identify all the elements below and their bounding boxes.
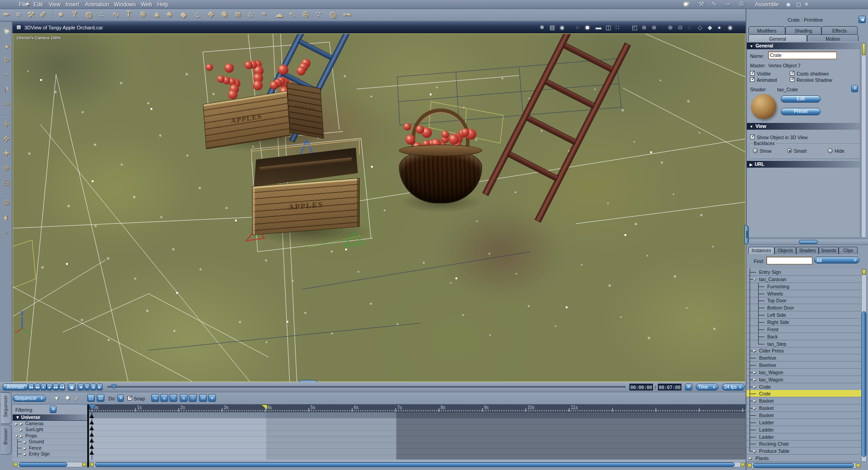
show-object-checkbox[interactable]: ✓ — [750, 135, 755, 139]
move-3d-tool-icon[interactable]: ▲ — [0, 40, 13, 51]
wire-sphere-icon[interactable]: ◌ — [688, 24, 691, 31]
filtering-menu-button[interactable] — [50, 406, 56, 413]
model-pen-icon[interactable]: ✎ — [712, 0, 717, 8]
insert-cloud-icon[interactable]: ☁ — [276, 10, 283, 19]
selected-crate[interactable]: APPLES — [250, 139, 364, 241]
keyframe-marker[interactable] — [89, 432, 94, 437]
timeline-hscrollbar[interactable] — [89, 462, 746, 467]
layout-custom-pane-icon[interactable]: ◰ — [632, 24, 637, 31]
time-scrubber[interactable] — [107, 386, 626, 389]
list-item-top-door[interactable]: Top Door — [746, 297, 861, 304]
insert-crystal-icon[interactable]: ❖ — [208, 10, 214, 19]
keyframe-marker[interactable] — [89, 438, 94, 442]
expand-arrow-icon[interactable]: ▶ — [753, 371, 755, 374]
backfaces-radio-hide[interactable] — [828, 148, 833, 153]
browser-tab-shaders[interactable]: Shaders — [796, 247, 819, 254]
next-frame-button[interactable]: ▶▶ — [53, 384, 59, 390]
expand-arrow-icon[interactable]: ▶ — [15, 422, 17, 426]
insert-sphere-icon[interactable]: ● — [59, 10, 63, 19]
layout-four-pane-icon[interactable]: ∷ — [615, 24, 619, 31]
insert-camera-icon[interactable]: ✇ — [303, 10, 309, 19]
insert-metaball-icon[interactable]: ∴ — [99, 10, 104, 19]
move-xz-tool-icon[interactable]: ✜ — [1, 135, 12, 143]
list-item-front[interactable]: Front — [746, 326, 861, 333]
backfaces-radio-show[interactable] — [753, 148, 758, 153]
texture-brush-icon[interactable]: ✑ — [725, 0, 731, 8]
tweener-linear-button[interactable]: ∧ — [160, 394, 168, 402]
tree-row-fence[interactable]: ▶Fence — [13, 445, 87, 451]
fps-dropdown[interactable]: 24 fps — [722, 384, 745, 390]
insert-emitter-icon[interactable]: ∵ — [316, 10, 321, 19]
fit-selection-button[interactable]: ◰ — [87, 394, 95, 402]
render-preview-button[interactable]: ▦ — [68, 384, 75, 390]
list-item-back[interactable]: Back — [746, 333, 861, 340]
list-item-crate[interactable]: Crate — [746, 390, 861, 397]
list-item-ladder[interactable]: Ladder — [746, 426, 861, 433]
camera-dolly-icon[interactable]: ◉ — [559, 24, 564, 31]
list-item-tao_wagon[interactable]: ▶tao_Wagon — [746, 369, 861, 376]
loop-toggle-button[interactable]: ✕ — [685, 384, 692, 390]
menu-windows[interactable]: Windows — [114, 1, 136, 8]
browser-tab-objects[interactable]: Objects — [774, 247, 796, 254]
insert-particles-icon[interactable]: ❋ — [140, 10, 146, 19]
apple-crate-full[interactable]: APPLES APPLES — [200, 52, 325, 151]
eye-icon[interactable]: ◉ — [786, 1, 791, 7]
animated-checkbox[interactable]: ✓ — [750, 77, 755, 82]
close-icon[interactable]: ✕ — [804, 1, 808, 7]
insert-globe-icon[interactable]: ◍ — [86, 10, 92, 19]
keyframe-marker[interactable] — [89, 426, 94, 430]
stop-button[interactable]: ■ — [41, 384, 47, 390]
insert-house-icon[interactable]: ⌂ — [249, 10, 253, 19]
list-item-ladder[interactable]: Ladder — [746, 433, 861, 441]
current-time-display[interactable]: 00:00:00 — [629, 384, 653, 390]
insert-spotlight-icon[interactable]: ➴ — [289, 10, 295, 19]
casts-shadows-checkbox[interactable]: ✓ — [790, 71, 794, 75]
delete-key-button[interactable]: ▥ — [90, 384, 96, 390]
keyframe-marker[interactable] — [89, 445, 94, 449]
insert-ocean-icon[interactable]: ≈ — [262, 10, 266, 19]
list-item-basket[interactable]: Basket — [746, 412, 861, 419]
expand-arrow-icon[interactable]: ▶ — [753, 406, 755, 410]
list-item-right-side[interactable]: Right Side — [746, 319, 861, 326]
draft-quality-high-icon[interactable]: ⊛ — [668, 24, 673, 31]
tab-modifiers[interactable]: Modifiers — [748, 26, 785, 34]
keyframe-marker[interactable] — [89, 414, 94, 418]
time-mode-dropdown[interactable]: Time — [696, 384, 718, 390]
tree-row-cameras[interactable]: ▶▶Cameras — [13, 421, 87, 427]
scale-tool-icon[interactable]: ◔ — [1, 70, 12, 78]
select-arrow-tool-icon[interactable]: ➤ — [0, 24, 13, 38]
move-xy-tool-icon[interactable]: ✛ — [1, 120, 12, 128]
insert-target-icon[interactable]: ◎ — [330, 10, 336, 19]
rotate-tool-icon[interactable]: ↻ — [1, 56, 12, 64]
shader-edit-button[interactable]: Edit — [781, 95, 821, 103]
expand-arrow-icon[interactable]: ▶ — [753, 349, 755, 352]
list-item-rocking-chair[interactable]: Rocking Chair — [746, 440, 861, 447]
expand-arrow-icon[interactable]: ▶ — [753, 449, 755, 453]
menu-web[interactable]: Web — [141, 1, 152, 8]
tree-row-sunlight[interactable]: ▶SunLight — [13, 427, 87, 433]
expand-arrow-icon[interactable]: ▶ — [23, 452, 26, 456]
list-item-crate[interactable]: ▶Crate — [746, 383, 861, 390]
expand-arrow-icon[interactable]: ▶ — [753, 378, 755, 381]
properties-scrollbar[interactable] — [861, 42, 866, 238]
expand-arrow-icon[interactable]: ▶ — [753, 399, 755, 403]
insert-bone-icon[interactable]: ⊶ — [343, 10, 351, 19]
list-item-beehive[interactable]: Beehive — [746, 354, 861, 362]
move-yz-tool-icon[interactable]: ✚ — [1, 149, 12, 157]
total-time-display[interactable]: 00:07:00 — [658, 384, 681, 390]
insert-mountain-icon[interactable]: ▲ — [154, 10, 161, 19]
spline-tool-icon[interactable]: ✒ — [4, 10, 9, 19]
tweener-clamp-button[interactable]: ⊓ — [199, 394, 207, 402]
zoom-tool-icon[interactable]: ⌕ — [1, 228, 12, 236]
prev-frame-button[interactable]: ◀◀ — [34, 384, 40, 390]
paint-tool-icon[interactable]: ✒ — [2, 84, 10, 94]
play-button[interactable]: ▶ — [47, 384, 52, 390]
tree-hscrollbar[interactable] — [13, 462, 87, 467]
menu-animation[interactable]: Animation — [85, 1, 109, 8]
collapse-arrow-icon[interactable]: ▼ — [15, 434, 18, 437]
scrubber-marker[interactable] — [111, 385, 117, 389]
sequencer-dropdown[interactable]: Sequencer — [13, 395, 46, 402]
go-end-button[interactable]: ▶▮ — [59, 384, 65, 390]
list-item-basket[interactable]: ▶Basket — [746, 404, 861, 412]
insert-fire-icon[interactable]: ♨ — [194, 10, 201, 19]
